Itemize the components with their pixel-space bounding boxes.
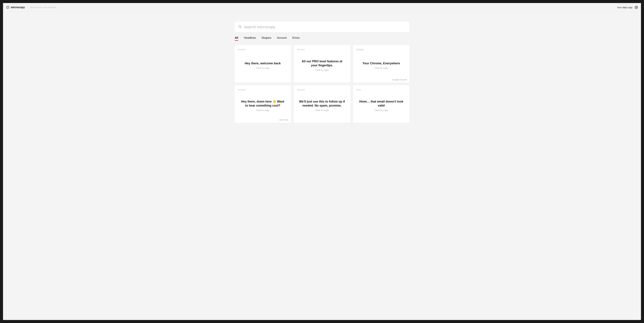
app-window: microcopy Short text for your website. Y… (3, 3, 641, 320)
copy-card[interactable]: Account Hey there, down here 👋 Want to h… (234, 85, 291, 123)
top-bar: microcopy Short text for your website. Y… (3, 3, 641, 12)
card-text: Hey there, welcome back (245, 61, 281, 65)
card-text: Hmm… that email doesn't look valid (358, 99, 404, 108)
card-category: Error (356, 89, 406, 91)
card-body: All our PRO level features at your finge… (297, 51, 347, 80)
logo-icon (6, 6, 10, 9)
svg-point-4 (7, 8, 7, 9)
card-source: Google Chrome (392, 79, 407, 81)
logo-block[interactable]: microcopy (6, 6, 25, 9)
svg-point-3 (6, 8, 7, 8)
copy-hint: Click to copy (315, 109, 328, 112)
copy-hint: Click to copy (375, 67, 388, 69)
svg-point-1 (6, 6, 7, 7)
card-text: Hey there, down here 👋 Want to hear some… (240, 99, 286, 108)
search-input[interactable] (244, 25, 406, 29)
card-text: We'll just use this to follow up if need… (299, 99, 345, 108)
content-column: All Headlines Slogans Account Errors Acc… (233, 22, 411, 320)
tab-headlines[interactable]: Headlines (244, 36, 256, 40)
card-category: Account (297, 89, 347, 91)
card-source: Drift Chat (280, 119, 288, 121)
tab-slogans[interactable]: Slogans (262, 36, 271, 40)
card-text: All our PRO level features at your finge… (299, 59, 345, 67)
card-body: Your Chrome, Everywhere Click to copy (356, 51, 406, 80)
card-body: Hey there, down here 👋 Want to hear some… (238, 91, 288, 120)
card-category: Account (238, 48, 288, 51)
tab-account[interactable]: Account (277, 36, 286, 40)
tab-errors[interactable]: Errors (292, 36, 300, 40)
svg-point-7 (636, 7, 637, 8)
svg-point-2 (6, 7, 7, 7)
svg-point-5 (8, 8, 8, 9)
copy-hint: Click to copy (256, 109, 269, 112)
card-body: We'll just use this to follow up if need… (297, 91, 347, 120)
card-category: Account (238, 89, 288, 91)
card-text: Your Chrome, Everywhere (362, 61, 400, 65)
tab-all[interactable]: All (235, 36, 238, 40)
copy-card[interactable]: Account Hey there, welcome back Click to… (234, 45, 291, 83)
tagline: Short text for your website. (30, 6, 57, 9)
svg-rect-6 (635, 6, 638, 9)
copy-hint: Click to copy (315, 69, 328, 71)
copy-card[interactable]: Slogans Your Chrome, Everywhere Click to… (353, 45, 410, 83)
copy-hint: Click to copy (375, 109, 388, 112)
card-body: Hmm… that email doesn't look valid Click… (356, 91, 406, 120)
daily-copy-label: Your daily copy: (617, 6, 633, 9)
brand-name: microcopy (11, 6, 25, 9)
svg-rect-0 (7, 6, 9, 8)
instagram-icon[interactable] (634, 6, 638, 9)
card-body: Hey there, welcome back Click to copy (238, 51, 288, 80)
copy-card[interactable]: Account We'll just use this to follow up… (294, 85, 350, 123)
copy-card[interactable]: Error Hmm… that email doesn't look valid… (353, 85, 410, 123)
card-category: Account (297, 48, 347, 51)
search-icon (238, 25, 242, 29)
category-tabs: All Headlines Slogans Account Errors (234, 36, 410, 40)
svg-point-8 (637, 6, 637, 7)
search-box[interactable] (234, 22, 410, 32)
cards-grid: Account Hey there, welcome back Click to… (234, 45, 410, 123)
svg-line-10 (241, 27, 241, 28)
main-area: All Headlines Slogans Account Errors Acc… (3, 12, 641, 320)
card-category: Slogans (356, 48, 406, 51)
copy-hint: Click to copy (256, 67, 269, 69)
copy-card[interactable]: Account All our PRO level features at yo… (294, 45, 350, 83)
